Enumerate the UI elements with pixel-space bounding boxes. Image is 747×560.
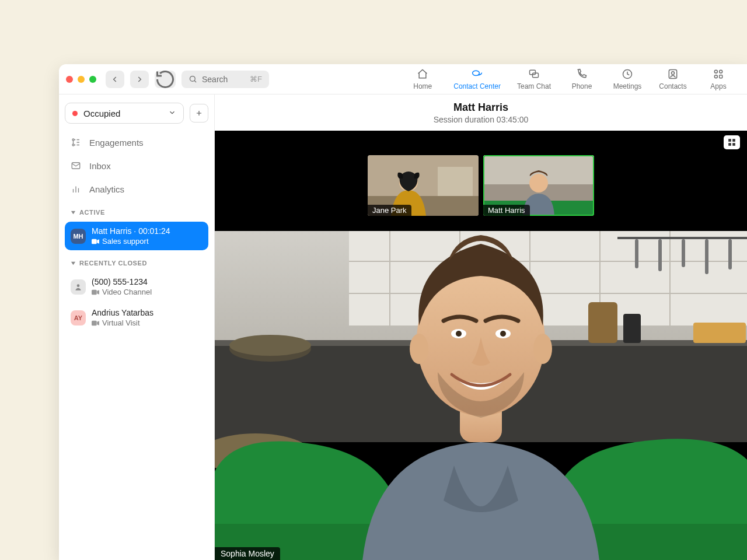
engagements-icon	[71, 137, 81, 148]
svg-rect-30	[732, 139, 735, 142]
svg-point-57	[229, 335, 311, 356]
section-recent-label: RECENTLY CLOSED	[79, 260, 147, 267]
app-body: Occupied Engagements Inbox Analytics	[59, 94, 747, 560]
close-window-icon[interactable]	[66, 76, 73, 83]
tab-meetings-label: Meetings	[613, 82, 642, 90]
svg-rect-61	[658, 239, 662, 271]
section-header-active[interactable]: ACTIVE	[65, 202, 208, 219]
caret-down-icon	[71, 210, 76, 215]
svg-rect-31	[728, 143, 731, 146]
svg-rect-21	[92, 239, 97, 244]
nav-forward-button[interactable]	[130, 71, 149, 88]
nav-engagements-label: Engagements	[89, 138, 144, 148]
tab-contact-center-label: Contact Center	[453, 82, 501, 90]
app-window: Search ⌘F Home Contact Center Team Chat …	[59, 64, 747, 560]
section-active-label: ACTIVE	[79, 209, 105, 216]
main-video-feed[interactable]: Sophia Mosley	[215, 231, 747, 560]
session-header: Matt Harris Session duration 03:45:00	[215, 94, 747, 131]
tab-home[interactable]: Home	[408, 68, 437, 90]
nav-analytics[interactable]: Analytics	[65, 178, 208, 200]
svg-rect-29	[728, 139, 731, 142]
tab-contacts[interactable]: Contacts	[658, 68, 687, 90]
status-dropdown[interactable]: Occupied	[65, 103, 184, 124]
video-thumbnail[interactable]: Matt Harris	[483, 155, 594, 216]
svg-point-7	[672, 71, 675, 74]
window-controls[interactable]	[66, 76, 96, 83]
minimize-window-icon[interactable]	[78, 76, 85, 83]
svg-point-10	[714, 75, 717, 78]
search-shortcut: ⌘F	[250, 75, 262, 83]
svg-rect-25	[92, 289, 97, 295]
person-icon	[74, 283, 82, 291]
svg-rect-55	[693, 323, 746, 343]
history-button[interactable]	[155, 71, 176, 88]
grid-icon	[728, 138, 736, 146]
engagement-item[interactable]: AY Andrius Yatarbas Virtual Visit	[65, 303, 208, 332]
participant-name: Matt Harris	[483, 205, 530, 216]
svg-point-69	[533, 334, 552, 364]
svg-point-14	[72, 139, 74, 141]
svg-rect-62	[682, 239, 685, 267]
home-icon	[417, 68, 428, 80]
search-placeholder: Search	[202, 75, 228, 84]
svg-point-40	[529, 174, 548, 192]
svg-rect-42	[349, 231, 747, 326]
titlebar: Search ⌘F Home Contact Center Team Chat …	[59, 64, 747, 94]
svg-rect-54	[623, 314, 641, 343]
status-label: Occupied	[83, 108, 120, 118]
contacts-icon	[667, 68, 679, 80]
nav-engagements[interactable]: Engagements	[65, 132, 208, 153]
main-tabs: Home Contact Center Team Chat Phone Meet…	[408, 68, 740, 90]
session-duration: Session duration 03:45:00	[434, 115, 529, 124]
tab-team-chat-label: Team Chat	[517, 82, 551, 90]
participant-name: Sophia Mosley	[215, 547, 280, 560]
nav-inbox[interactable]: Inbox	[65, 155, 208, 176]
tab-home-label: Home	[413, 82, 432, 90]
svg-marker-23	[71, 261, 75, 264]
engagement-channel: Sales support	[92, 237, 170, 246]
svg-point-71	[456, 331, 462, 337]
svg-rect-35	[438, 167, 473, 196]
tab-apps[interactable]: Apps	[704, 68, 733, 90]
new-engagement-button[interactable]	[190, 104, 208, 123]
inbox-icon	[71, 160, 81, 171]
chevron-down-icon	[168, 108, 176, 118]
svg-rect-63	[705, 239, 708, 274]
video-thumbnail[interactable]: Jane Park	[368, 155, 479, 216]
engagement-channel: Virtual Visit	[92, 318, 153, 327]
nav-back-button[interactable]	[106, 71, 124, 88]
svg-rect-32	[732, 143, 735, 146]
engagement-item[interactable]: (500) 555-1234 Video Channel	[65, 272, 208, 301]
section-header-recent[interactable]: RECENTLY CLOSED	[65, 253, 208, 270]
session-title: Matt Harris	[453, 102, 508, 114]
svg-point-9	[720, 70, 722, 73]
svg-line-1	[194, 80, 196, 82]
engagement-title: Matt Harris · 00:01:24	[92, 226, 170, 236]
svg-rect-64	[728, 239, 732, 270]
maximize-window-icon[interactable]	[89, 76, 96, 83]
contact-center-icon	[472, 68, 483, 80]
svg-marker-22	[97, 239, 99, 244]
video-thumbnails: Jane Park Matt Harris	[368, 155, 594, 216]
plus-icon	[195, 109, 203, 117]
tab-team-chat[interactable]: Team Chat	[517, 68, 551, 90]
analytics-icon	[71, 184, 81, 194]
avatar: AY	[71, 310, 86, 326]
svg-marker-28	[97, 321, 99, 326]
tab-contact-center[interactable]: Contact Center	[453, 68, 501, 90]
camera-frame	[215, 231, 747, 560]
tab-phone-label: Phone	[572, 82, 592, 90]
svg-point-24	[77, 284, 80, 287]
svg-rect-60	[635, 239, 638, 268]
video-icon	[92, 320, 99, 326]
engagement-item-active[interactable]: MH Matt Harris · 00:01:24 Sales support	[65, 222, 208, 250]
tab-phone[interactable]: Phone	[567, 68, 596, 90]
avatar	[71, 279, 86, 295]
tab-meetings[interactable]: Meetings	[613, 68, 642, 90]
search-input[interactable]: Search ⌘F	[181, 71, 269, 88]
engagement-channel: Video Channel	[92, 288, 152, 296]
main-panel: Matt Harris Session duration 03:45:00	[215, 94, 747, 560]
layout-grid-button[interactable]	[724, 135, 740, 149]
status-dot-icon	[72, 111, 78, 116]
phone-icon	[576, 68, 588, 80]
